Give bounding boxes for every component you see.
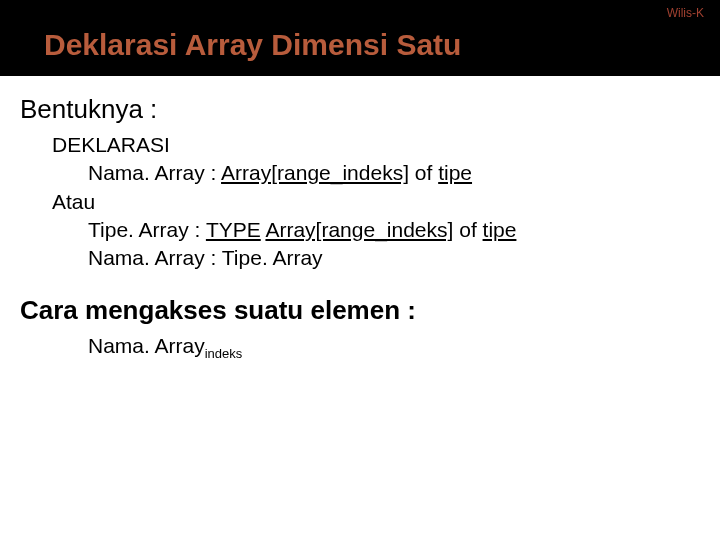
- text-plain: of: [409, 161, 438, 184]
- slide-content: Bentuknya : DEKLARASI Nama. Array : Arra…: [0, 76, 720, 362]
- declaration-label: DEKLARASI: [20, 131, 700, 159]
- declaration-line-3: Nama. Array : Tipe. Array: [20, 244, 700, 272]
- text-plain: Nama. Array :: [88, 161, 221, 184]
- text-underlined: TYPE: [206, 218, 261, 241]
- text-underlined: tipe: [483, 218, 517, 241]
- atau-label: Atau: [20, 188, 700, 216]
- access-main: Nama. Array: [88, 334, 205, 357]
- section-bentuknya: Bentuknya :: [20, 94, 700, 125]
- declaration-line-1: Nama. Array : Array[range_indeks] of tip…: [20, 159, 700, 187]
- text-underlined: tipe: [438, 161, 472, 184]
- access-line: Nama. Arrayindeks: [20, 332, 700, 363]
- text-underlined: Array[range_indeks]: [265, 218, 453, 241]
- slide-title: Deklarasi Array Dimensi Satu: [24, 0, 696, 62]
- declaration-line-2: Tipe. Array : TYPE Array[range_indeks] o…: [20, 216, 700, 244]
- section-cara: Cara mengakses suatu elemen :: [20, 295, 700, 326]
- text-plain: Tipe. Array :: [88, 218, 206, 241]
- text-plain: of: [453, 218, 482, 241]
- access-subscript: indeks: [205, 346, 243, 361]
- header-bar: Wilis-K Deklarasi Array Dimensi Satu: [0, 0, 720, 76]
- author-tag: Wilis-K: [667, 6, 704, 20]
- text-underlined: Array[range_indeks]: [221, 161, 409, 184]
